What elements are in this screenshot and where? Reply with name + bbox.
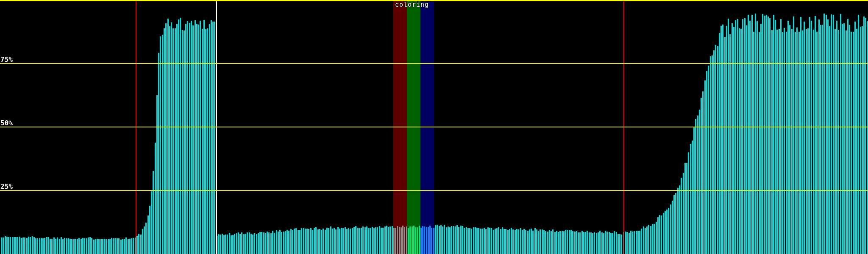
histogram-canvas <box>0 0 868 254</box>
coloring-region-title: coloring <box>395 1 429 8</box>
axis-tick-75: 75% <box>0 56 13 63</box>
waveform-scope-panel: 75% 50% 25% coloring <box>0 0 868 254</box>
axis-tick-25: 25% <box>0 183 13 190</box>
axis-tick-50: 50% <box>0 120 13 127</box>
